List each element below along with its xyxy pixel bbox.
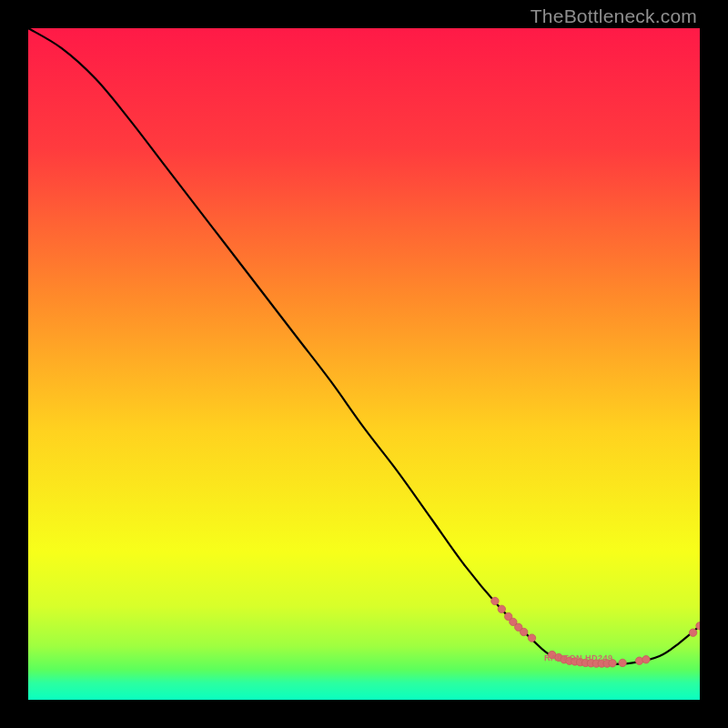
- data-point: [635, 657, 642, 664]
- bottleneck-curve: [28, 28, 700, 664]
- chart-stage: RADEON HD249 TheBottleneck.com: [0, 0, 728, 728]
- series-annotation: RADEON HD249: [544, 653, 613, 662]
- data-point: [619, 659, 626, 666]
- plot-area: RADEON HD249: [28, 28, 700, 700]
- data-point: [491, 597, 499, 604]
- frame-right: [700, 0, 728, 728]
- data-point: [520, 628, 527, 635]
- data-point: [498, 605, 505, 612]
- data-point: [642, 656, 650, 663]
- frame-bottom: [0, 700, 728, 728]
- frame-left: [0, 0, 28, 728]
- curve-layer: [28, 28, 700, 700]
- data-point: [689, 629, 696, 636]
- data-point: [528, 634, 535, 642]
- watermark-text: TheBottleneck.com: [531, 5, 697, 27]
